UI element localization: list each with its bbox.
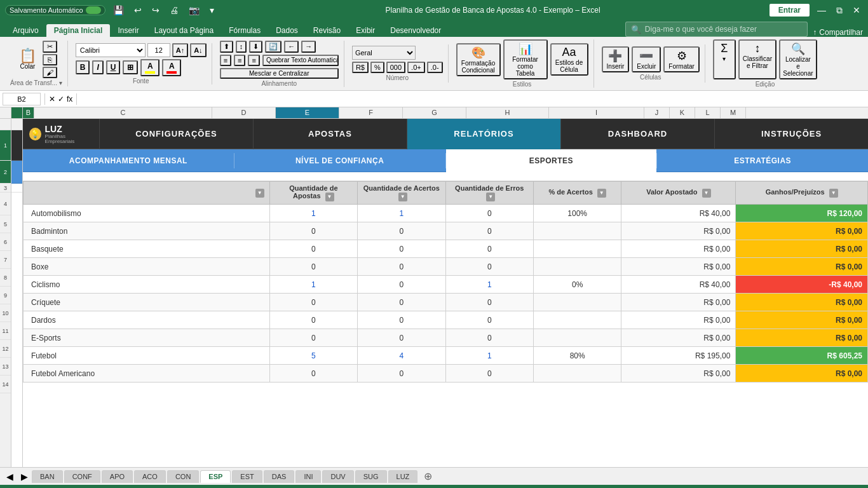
align-left[interactable]: ≡ bbox=[220, 55, 231, 66]
font-size-increase[interactable]: A↑ bbox=[172, 43, 188, 57]
cell-valor[interactable]: R$ 195,00 bbox=[621, 347, 736, 365]
cell-apostas[interactable]: 0 bbox=[269, 294, 357, 311]
row-num-9[interactable]: 9 bbox=[0, 287, 11, 304]
redo-icon[interactable]: ↪ bbox=[149, 4, 162, 17]
increase-decimal[interactable]: .0+ bbox=[407, 62, 425, 73]
sheet-tab-luz[interactable]: LUZ bbox=[388, 470, 418, 483]
row-num-col-a[interactable] bbox=[0, 119, 11, 130]
sheet-tab-aco[interactable]: ACO bbox=[134, 470, 166, 483]
cell-sport[interactable]: Ciclismo bbox=[24, 276, 270, 294]
cell-ganho[interactable]: R$ 120,00 bbox=[736, 205, 868, 222]
indent-increase[interactable]: → bbox=[301, 41, 316, 53]
add-sheet-button[interactable]: ⊕ bbox=[419, 469, 437, 484]
cell-acertos[interactable]: 1 bbox=[358, 205, 445, 222]
cell-sport[interactable]: Basquete bbox=[24, 240, 270, 258]
row-num-13[interactable]: 13 bbox=[0, 358, 11, 376]
col-header-i[interactable]: I bbox=[549, 107, 644, 118]
nav-configuracoes[interactable]: CONFIGURAÇÕES bbox=[99, 119, 253, 149]
cell-sport[interactable]: Futebol bbox=[24, 347, 270, 365]
cell-acertos[interactable]: 0 bbox=[358, 240, 445, 258]
sum-button[interactable]: Σ ▾ bbox=[713, 39, 736, 79]
cell-pct[interactable]: 0% bbox=[533, 276, 621, 294]
col-header-f[interactable]: F bbox=[339, 107, 403, 118]
conditional-format-button[interactable]: 🎨 Formatação Condicional bbox=[456, 43, 501, 76]
sheet-tab-esp[interactable]: ESP bbox=[200, 470, 231, 483]
cell-ganho[interactable]: R$ 0,00 bbox=[736, 222, 868, 240]
row-num-1[interactable]: 1 bbox=[0, 130, 11, 161]
autosave-toggle[interactable]: Salvamento Automático bbox=[5, 5, 105, 15]
cell-sport[interactable]: E-Sports bbox=[24, 329, 270, 347]
insert-button[interactable]: ➕ Inserir bbox=[602, 46, 630, 72]
cell-pct[interactable] bbox=[533, 258, 621, 276]
tab-layout[interactable]: Layout da Página bbox=[147, 24, 221, 37]
align-center[interactable]: ≡ bbox=[234, 55, 245, 66]
row-num-11[interactable]: 11 bbox=[0, 322, 11, 340]
sub-tab-estrategias[interactable]: ESTRATÉGIAS bbox=[657, 149, 868, 172]
cell-ganho[interactable]: R$ 0,00 bbox=[736, 258, 868, 276]
nav-relatorios[interactable]: RELATÓRIOS bbox=[407, 119, 560, 149]
col-header-a[interactable] bbox=[11, 107, 23, 118]
cell-apostas[interactable]: 0 bbox=[269, 258, 357, 276]
cell-sport[interactable]: Futebol Americano bbox=[24, 365, 270, 383]
cell-valor[interactable]: R$ 0,00 bbox=[621, 222, 736, 240]
cell-acertos[interactable]: 0 bbox=[358, 365, 445, 383]
cell-acertos[interactable]: 0 bbox=[358, 258, 445, 276]
tab-arquivo[interactable]: Arquivo bbox=[5, 24, 46, 37]
sheet-tab-con[interactable]: CON bbox=[167, 470, 199, 483]
sheet-tab-conf[interactable]: CONF bbox=[64, 470, 100, 483]
row-num-4[interactable]: 4 bbox=[0, 193, 11, 215]
nav-dashboard[interactable]: DASHBOARD bbox=[560, 119, 714, 149]
fill-color-button[interactable]: A bbox=[140, 59, 159, 76]
sheet-tab-ban[interactable]: BAN bbox=[32, 470, 63, 483]
scroll-sheets-left[interactable]: ◀ bbox=[3, 470, 17, 483]
indent-decrease[interactable]: ← bbox=[284, 41, 299, 53]
bold-button[interactable]: B bbox=[76, 60, 90, 74]
number-format-select[interactable]: Geral bbox=[352, 46, 416, 60]
decrease-decimal[interactable]: .0- bbox=[427, 62, 443, 73]
sheet-tab-est[interactable]: EST bbox=[232, 470, 262, 483]
cell-apostas[interactable]: 0 bbox=[269, 240, 357, 258]
find-select-button[interactable]: 🔍 Localizar e Selecionar bbox=[779, 39, 817, 79]
th-erros[interactable]: Quantidade de Erros ▼ bbox=[445, 182, 533, 205]
cell-valor[interactable]: R$ 0,00 bbox=[621, 365, 736, 383]
cancel-formula[interactable]: ✕ bbox=[49, 95, 55, 104]
th-ganho[interactable]: Ganhos/Prejuízos ▼ bbox=[736, 182, 868, 205]
sheet-tab-duv[interactable]: DUV bbox=[322, 470, 353, 483]
th-apostas[interactable]: Quantidade de Apostas ▼ bbox=[269, 182, 357, 205]
row-num-3[interactable]: 3 bbox=[0, 184, 11, 193]
sheet-tab-ini[interactable]: INI bbox=[295, 470, 321, 483]
cell-erros[interactable]: 0 bbox=[445, 240, 533, 258]
border-button[interactable]: ⊞ bbox=[123, 60, 138, 74]
sport-filter-arrow[interactable]: ▼ bbox=[255, 189, 264, 198]
apostas-filter-arrow[interactable]: ▼ bbox=[325, 193, 334, 201]
font-name-select[interactable]: Calibri bbox=[76, 43, 146, 57]
cell-ganho[interactable]: R$ 0,00 bbox=[736, 311, 868, 329]
paste-button[interactable]: 📋 Colar bbox=[15, 48, 40, 71]
format-painter-button[interactable]: 🖌 bbox=[43, 67, 57, 78]
cell-valor[interactable]: R$ 0,00 bbox=[621, 258, 736, 276]
copy-button[interactable]: ⎘ bbox=[43, 54, 57, 65]
th-acertos[interactable]: Quantidade de Acertos ▼ bbox=[358, 182, 445, 205]
undo-icon[interactable]: ↩ bbox=[132, 4, 144, 17]
cell-erros[interactable]: 0 bbox=[445, 311, 533, 329]
cell-apostas[interactable]: 1 bbox=[269, 205, 357, 222]
cell-erros[interactable]: 0 bbox=[445, 258, 533, 276]
cell-acertos[interactable]: 4 bbox=[358, 347, 445, 365]
restore-button[interactable]: ⧉ bbox=[834, 4, 845, 17]
format-button[interactable]: ⚙ Formatar bbox=[663, 46, 700, 72]
table-format-button[interactable]: 📊 Formatar como Tabela bbox=[503, 39, 548, 79]
col-header-g[interactable]: G bbox=[403, 107, 466, 118]
col-header-k[interactable]: K bbox=[670, 107, 695, 118]
cut-button[interactable]: ✂ bbox=[43, 41, 57, 53]
tab-exibir[interactable]: Exibir bbox=[348, 24, 383, 37]
pct-filter-arrow[interactable]: ▼ bbox=[597, 189, 606, 198]
cell-ganho[interactable]: -R$ 40,00 bbox=[736, 276, 868, 294]
cell-apostas[interactable]: 0 bbox=[269, 329, 357, 347]
nav-apostas[interactable]: APOSTAS bbox=[253, 119, 407, 149]
col-header-j[interactable]: J bbox=[644, 107, 670, 118]
align-middle[interactable]: ↕ bbox=[236, 41, 247, 53]
row-num-5[interactable]: 5 bbox=[0, 215, 11, 233]
acertos-filter-arrow[interactable]: ▼ bbox=[398, 193, 407, 201]
cell-acertos[interactable]: 0 bbox=[358, 222, 445, 240]
sheet-tab-das[interactable]: DAS bbox=[264, 470, 295, 483]
